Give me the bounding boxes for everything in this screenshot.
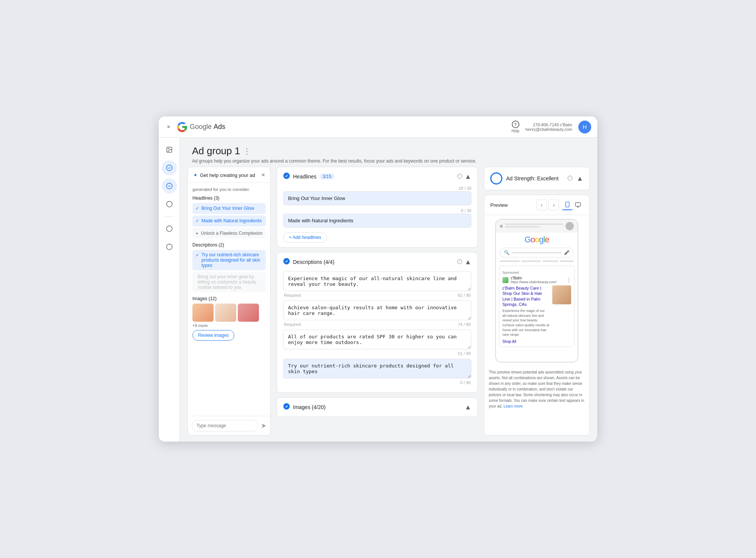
headlines-title-row: Headlines 3/15 — [283, 172, 335, 181]
headlines-card-header: Headlines 3/15 ▲ — [277, 167, 477, 186]
phone-top-line-2 — [505, 226, 540, 228]
strength-title: Ad Strength: Excellent — [506, 175, 564, 181]
account-email: henry@cbalmbeauty.com — [525, 127, 572, 132]
phone-mic-icon: 🎤 — [564, 250, 570, 255]
ai-panel-body: generated for you to consider. Headlines… — [188, 183, 270, 416]
descriptions-inputs: Experience the magic of our all-natural … — [277, 271, 477, 392]
sidebar-icon-check1[interactable] — [162, 160, 177, 175]
sidebar-icon-circle2[interactable] — [162, 221, 177, 236]
right-panel: Ad Strength: Excellent ▲ Preview ‹ — [484, 167, 590, 436]
descriptions-title: Descriptions (4/4) — [293, 259, 335, 265]
strength-info-icon[interactable] — [567, 175, 573, 182]
phone-avatar — [565, 222, 574, 230]
google-ads-label: Google Ads — [190, 123, 225, 131]
ai-headline-item-3[interactable]: + Unlock a Flawless Complexion — [192, 228, 266, 239]
help-button[interactable]: ? Help — [511, 121, 519, 133]
headlines-title: Headlines — [293, 174, 316, 180]
phone-logo-g2: g — [539, 235, 543, 244]
more-options-icon[interactable]: ⋮ — [243, 147, 251, 156]
descriptions-toggle[interactable]: ▲ — [465, 258, 471, 266]
ai-close-button[interactable]: × — [262, 172, 265, 178]
phone-ad-title[interactable]: c'Balm Beauty Care | Shop Our Skin & Hai… — [502, 285, 550, 307]
phone-nav-line-1 — [500, 260, 520, 262]
preview-header: Preview ‹ › — [484, 195, 589, 215]
images-title-row: Images (4/20) — [283, 403, 325, 411]
svg-point-4 — [166, 202, 172, 207]
phone-search-bar[interactable]: 🔍 🎤 — [500, 248, 574, 257]
sidebar-icon-circle1[interactable] — [162, 197, 177, 212]
preview-prev-button[interactable]: ‹ — [536, 200, 547, 210]
preview-disclaimer-text: This preview shows potential ads assembl… — [489, 370, 584, 408]
ai-add-icon-3: + — [195, 230, 198, 236]
descriptions-info-icon[interactable] — [457, 259, 462, 265]
svg-point-1 — [168, 148, 169, 149]
desc-counter-1: 82 / 90 — [458, 293, 471, 298]
desc-wrap-3: All of our products are rated SPF 30 or … — [283, 330, 471, 356]
phone-shop-link[interactable]: Shop All — [502, 339, 571, 344]
google-logo: Google Ads — [177, 122, 225, 132]
preview-learn-more-link[interactable]: Learn more — [503, 404, 523, 408]
phone-top-line-1 — [505, 223, 563, 225]
phone-sponsored-label: Sponsored — [502, 271, 519, 274]
phone-ad-url: https://www.cbalmbeauty.com/ — [511, 280, 556, 284]
desc-input-4[interactable]: Try our nutrient-rich skincare products … — [283, 359, 471, 378]
desc-wrap-1: Experience the magic of our all-natural … — [283, 271, 471, 298]
preview-nav: ‹ › — [536, 200, 559, 210]
middle-panel: Headlines 3/15 ▲ — [277, 167, 478, 436]
add-headlines-button[interactable]: + Add headlines — [283, 232, 327, 243]
phone-logo-g: G — [524, 235, 530, 244]
phone-ad-text: c'Balm Beauty Care | Shop Our Skin & Hai… — [502, 285, 550, 337]
desc-input-3[interactable]: All of our products are rated SPF 30 or … — [283, 330, 471, 349]
ai-headline-item-2[interactable]: ✓ Made with Natural Ingredients — [192, 215, 266, 226]
ai-image-thumb-3 — [238, 304, 259, 322]
phone-nav-lines — [496, 259, 578, 264]
desc-counter-4: 0 / 90 — [460, 380, 471, 385]
preview-mobile-button[interactable] — [562, 200, 573, 210]
desc-counter-row-3: 51 / 90 — [283, 351, 471, 356]
page-title: Ad group 1 — [192, 145, 240, 157]
ai-headline-text-2: Made with Natural Ingredients — [201, 218, 263, 224]
account-phone: 279-806-7149 c'Balm — [533, 122, 572, 127]
headlines-info-icon[interactable] — [457, 174, 462, 180]
ai-images-grid — [192, 304, 266, 322]
preview-desktop-button[interactable] — [573, 200, 583, 210]
sidebar-icon-image[interactable] — [162, 142, 177, 157]
headlines-check-icon — [283, 172, 290, 181]
phone-top-lines — [505, 223, 563, 229]
desc-input-1[interactable]: Experience the magic of our all-natural … — [283, 271, 471, 291]
descriptions-section: Descriptions (2) ✓ Try our nutrient-rich… — [192, 242, 266, 292]
ai-desc-item-1[interactable]: ✓ Try our nutrient-rich skincare product… — [192, 250, 266, 270]
ai-message-input[interactable] — [192, 420, 259, 431]
preview-next-button[interactable]: › — [548, 200, 559, 210]
ai-send-button[interactable]: ➤ — [261, 422, 266, 430]
ai-panel-input-area: ➤ — [188, 416, 270, 435]
headlines-toggle[interactable]: ▲ — [465, 173, 471, 181]
app-window: × Google Ads ? Help 279-806-7149 c'Balm … — [159, 116, 597, 442]
avatar[interactable]: H — [578, 121, 591, 133]
headlines-card: Headlines 3/15 ▲ — [277, 167, 478, 248]
headline-input-2[interactable] — [283, 214, 471, 228]
images-toggle[interactable]: ▲ — [465, 403, 471, 411]
descriptions-check-icon — [283, 258, 290, 266]
descriptions-card-header: Descriptions (4/4) ▲ — [277, 253, 477, 271]
svg-rect-21 — [575, 203, 580, 206]
phone-more-icon[interactable]: ⋮ — [567, 277, 571, 283]
headline-input-1[interactable] — [283, 191, 471, 205]
desc-required-1: Required — [284, 293, 301, 298]
phone-nav-line-3 — [542, 260, 558, 262]
review-images-button[interactable]: Review images — [192, 330, 234, 341]
sidebar-icon-check2[interactable] — [162, 178, 177, 194]
preview-disclaimer: This preview shows potential ads assembl… — [484, 366, 589, 412]
sidebar-icon-circle3[interactable] — [162, 239, 177, 254]
page-subtitle: Ad groups help you organize your ads aro… — [192, 158, 585, 164]
close-button[interactable]: × — [165, 123, 172, 131]
phone-ad-desc: Experience the magic of our all-natural … — [502, 308, 550, 337]
desc-input-2[interactable]: Achieve salon-quality results at home wi… — [283, 301, 471, 320]
images-check-icon — [283, 403, 290, 411]
help-icon: ? — [512, 121, 519, 128]
strength-toggle[interactable]: ▲ — [576, 175, 583, 183]
svg-point-5 — [166, 226, 172, 232]
ai-diamond-icon: ✦ — [193, 172, 198, 178]
ai-headline-item-1[interactable]: ✓ Bring Out Your Inner Glow — [192, 203, 266, 214]
topbar: × Google Ads ? Help 279-806-7149 c'Balm … — [159, 116, 597, 138]
